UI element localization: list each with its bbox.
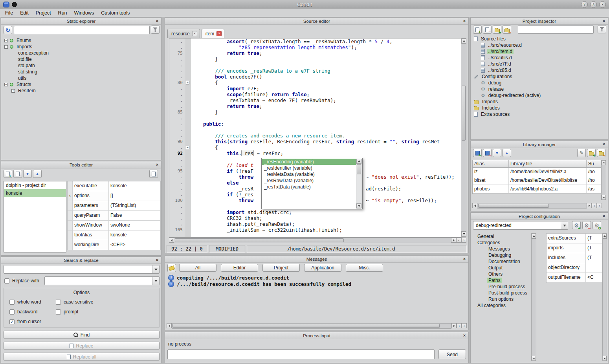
checkbox-icon[interactable]: [56, 300, 61, 305]
categories-vertical-scrollbar[interactable]: [531, 233, 536, 361]
close-icon[interactable]: ×: [462, 256, 467, 262]
property-row[interactable]: queryParamFalse: [68, 211, 160, 221]
expander-icon[interactable]: −: [4, 45, 8, 49]
symbol-tree-item[interactable]: std.string: [2, 69, 160, 75]
config-category[interactable]: Pre-build process: [471, 284, 530, 290]
checkbox-case-sensitive[interactable]: case sensitive: [56, 299, 159, 305]
arrow-up-button[interactable]: [503, 149, 511, 157]
menu-project[interactable]: Project: [32, 9, 55, 16]
project-tree-item[interactable]: debug-redirected (active): [471, 92, 607, 99]
doc-add-button[interactable]: [473, 26, 482, 34]
property-row[interactable]: extraSources(T: [547, 234, 604, 243]
symbol-tree-item[interactable]: std.file: [2, 56, 160, 62]
checkbox-prompt[interactable]: prompt: [56, 309, 159, 315]
project-tree-item[interactable]: Source files: [471, 36, 607, 42]
code-line[interactable]: . import e7F;: [169, 86, 461, 91]
project-tree-item[interactable]: debug: [471, 80, 607, 86]
process-input-field[interactable]: [167, 349, 435, 359]
inspector-filter-input[interactable]: [518, 26, 594, 34]
code-line[interactable]: 90 this(string resFile, ResEncoding resE…: [169, 139, 461, 145]
project-tree-item[interactable]: Configurations: [471, 73, 607, 80]
message-row[interactable]: icompiling /.../build/resource.d.coedit: [168, 274, 465, 281]
filter-button[interactable]: [151, 26, 160, 34]
config-category[interactable]: Output: [471, 265, 530, 271]
tool-list-item[interactable]: dolphin - project dir: [4, 181, 66, 189]
shade-button[interactable]: ∨: [581, 1, 588, 8]
symbol-tree-item[interactable]: std.path: [2, 62, 160, 69]
checkbox-icon[interactable]: [9, 300, 15, 305]
code-line[interactable]: . ihash.put(_resRawData);: [169, 221, 461, 227]
doc-remove-button[interactable]: [13, 170, 22, 178]
config-category[interactable]: Messages: [471, 246, 530, 252]
scroll-left-icon[interactable]: [167, 323, 172, 328]
property-value[interactable]: konsole: [109, 230, 160, 240]
scroll-down-icon[interactable]: [356, 203, 361, 209]
property-value[interactable]: (TStringList): [109, 201, 160, 210]
next-icon[interactable]: ›: [597, 203, 602, 208]
book-remove-button[interactable]: [483, 149, 492, 157]
message-row[interactable]: i/.../build/resource.d.coedit has been s…: [168, 281, 465, 287]
completion-item[interactable]: _resEncoding (variable): [262, 159, 356, 165]
symbol-tree-item[interactable]: utils: [2, 75, 160, 81]
scroll-thumb[interactable]: [462, 86, 466, 141]
symbol-tree-item[interactable]: +Enums: [2, 37, 160, 44]
config-category[interactable]: Paths: [471, 277, 530, 284]
code-line[interactable]: . assert(_resTxtData.length == _resRawDa…: [169, 38, 461, 44]
code-line[interactable]: . /// encodes _resRawData to a e7F strin…: [169, 68, 461, 74]
checkbox-backward[interactable]: backward: [9, 309, 56, 315]
scroll-left-icon[interactable]: [472, 203, 477, 208]
property-row[interactable]: ›options[]: [68, 191, 160, 201]
code-line[interactable]: . public:: [169, 121, 461, 127]
checkbox-icon[interactable]: [56, 309, 61, 315]
close-button[interactable]: ×: [599, 1, 606, 8]
scroll-down-icon[interactable]: [603, 356, 607, 361]
menu-custom-tools[interactable]: Custom tools: [97, 9, 133, 16]
completion-item[interactable]: _resIdentifier (variable): [262, 165, 356, 171]
messages-horizontal-scrollbar[interactable]: ‹ ›: [167, 323, 467, 329]
gear-add-button[interactable]: [572, 221, 581, 229]
scroll-up-icon[interactable]: [461, 38, 466, 44]
code-line[interactable]: 85 }: [169, 109, 461, 115]
config-category[interactable]: Debugging: [471, 252, 530, 258]
project-tree-item[interactable]: Imports: [471, 99, 607, 105]
refresh-button[interactable]: [4, 26, 12, 34]
completion-item[interactable]: _resTxtData (variable): [262, 184, 356, 190]
property-value[interactable]: [586, 263, 604, 273]
scroll-up-icon[interactable]: [356, 159, 361, 164]
scroll-thumb[interactable]: [357, 164, 361, 174]
config-category[interactable]: Categories: [471, 240, 530, 246]
code-editor[interactable]: . assert(_resTxtData.length == _resRawDa…: [169, 38, 462, 238]
menu-file[interactable]: File: [2, 9, 17, 16]
send-button[interactable]: Send: [438, 349, 466, 359]
configuration-combobox[interactable]: debug-redirected: [473, 221, 568, 230]
code-line[interactable]: . "z85 representation length mismatches"…: [169, 44, 461, 50]
folder-remove-button[interactable]: [503, 26, 511, 34]
code-line[interactable]: . scope(failure) return false;: [169, 91, 461, 97]
prev-icon[interactable]: ‹: [456, 238, 461, 243]
fold-icon[interactable]: −: [186, 81, 189, 84]
scroll-thumb[interactable]: [175, 238, 344, 242]
property-value[interactable]: konsole: [109, 181, 160, 191]
project-tree-item[interactable]: ../src/z85.d: [471, 67, 607, 73]
code-line[interactable]: . /// creates and encodes a new resource…: [169, 133, 461, 139]
config-category[interactable]: Others: [471, 271, 530, 277]
code-line[interactable]: . _resTxtData = encode_7F(_resRawData);: [169, 97, 461, 103]
tool-list-item[interactable]: konsole: [4, 189, 66, 197]
symbol-tree-item[interactable]: core.exception: [2, 50, 160, 56]
scroll-thumb[interactable]: [172, 324, 440, 328]
tab-item[interactable]: item×: [202, 29, 225, 38]
scroll-up-icon[interactable]: [602, 160, 606, 165]
next-icon[interactable]: ›: [461, 238, 466, 243]
property-value[interactable]: <C: [586, 273, 604, 282]
doc-copy-button[interactable]: [149, 170, 158, 178]
menu-edit[interactable]: Edit: [17, 9, 32, 16]
scroll-thumb[interactable]: [478, 204, 549, 208]
library-row[interactable]: iz/home/basile/Dev/Iz/lib/iz.a/ho: [473, 168, 602, 176]
maximize-button[interactable]: ∧: [590, 1, 597, 8]
book-add-button[interactable]: [473, 149, 482, 157]
completion-item[interactable]: _resRawData (variable): [262, 177, 356, 184]
code-line[interactable]: .: [169, 62, 461, 68]
property-value[interactable]: (T: [586, 253, 604, 263]
config-category[interactable]: Run options: [471, 296, 530, 302]
folder-add-button[interactable]: [587, 149, 596, 157]
